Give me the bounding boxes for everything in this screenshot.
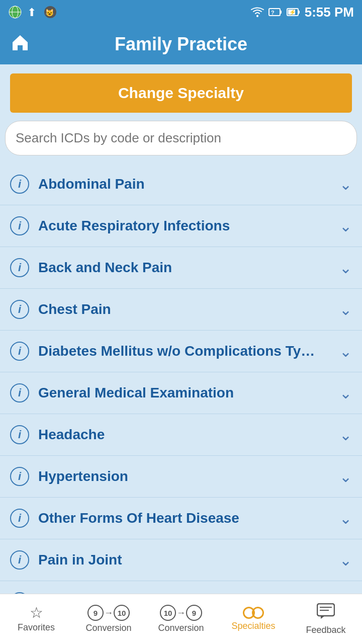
search-input[interactable] xyxy=(5,121,357,155)
search-container xyxy=(0,117,362,164)
list-item-label: Diabetes Mellitus w/o Complications Ty… xyxy=(38,343,334,359)
info-icon: i xyxy=(10,383,29,403)
info-icon: i xyxy=(10,342,29,361)
list-item[interactable]: i Acute Respiratory Infections ⌄ xyxy=(0,205,362,247)
nav-label-favorites: Favorites xyxy=(18,622,55,633)
status-right: ? ⚡ 5:55 PM xyxy=(250,5,354,20)
icd-list: i Abdominal Pain ⌄ i Acute Respiratory I… xyxy=(0,164,362,616)
list-item-label: Hypertension xyxy=(38,468,334,485)
status-bar: ⬆ 😺 ? ⚡ 5:55 PM xyxy=(0,0,362,24)
chevron-icon: ⌄ xyxy=(339,468,352,486)
list-item[interactable]: i Pain in Joint ⌄ xyxy=(0,539,362,581)
list-item[interactable]: i General Medical Examination ⌄ xyxy=(0,372,362,414)
list-item-label: Other Forms Of Heart Disease xyxy=(38,510,334,526)
info-icon: i xyxy=(10,300,29,319)
nav-item-feedback[interactable]: Feedback xyxy=(290,594,362,644)
chevron-icon: ⌄ xyxy=(339,426,352,444)
home-button[interactable] xyxy=(10,32,30,56)
chevron-icon: ⌄ xyxy=(339,259,352,277)
nav-label-conversion1: Conversion xyxy=(85,623,131,633)
battery-question-icon: ? xyxy=(268,7,283,18)
chevron-icon: ⌄ xyxy=(339,384,352,402)
svg-rect-8 xyxy=(280,11,282,14)
info-icon: i xyxy=(10,467,29,486)
svg-rect-11 xyxy=(298,11,300,14)
chevron-icon: ⌄ xyxy=(339,176,352,193)
list-item[interactable]: i Chest Pain ⌄ xyxy=(0,289,362,331)
chevron-icon: ⌄ xyxy=(339,510,352,527)
list-item[interactable]: i Back and Neck Pain ⌄ xyxy=(0,247,362,289)
chevron-icon: ⌄ xyxy=(339,217,352,235)
conversion1-icon: 9 → 10 xyxy=(87,605,130,621)
bottom-navigation: ☆ Favorites 9 → 10 Conversion 10 → 9 Con… xyxy=(0,594,362,644)
info-icon: i xyxy=(10,425,29,444)
info-icon: i xyxy=(10,258,29,277)
chevron-icon: ⌄ xyxy=(339,301,352,318)
list-item[interactable]: i Hypertension ⌄ xyxy=(0,456,362,498)
svg-text:😺: 😺 xyxy=(45,9,54,17)
nav-label-conversion2: Conversion xyxy=(158,623,204,633)
list-item-label: Chest Pain xyxy=(38,301,334,317)
svg-text:?: ? xyxy=(271,10,275,16)
nav-item-conversion2[interactable]: 10 → 9 Conversion xyxy=(145,594,217,644)
wifi-icon xyxy=(250,7,264,18)
list-item-label: Acute Respiratory Infections xyxy=(38,218,334,234)
feedback-icon xyxy=(317,603,335,623)
list-item-label: Abdominal Pain xyxy=(38,176,334,192)
page-title: Family Practice xyxy=(115,34,247,55)
list-item[interactable]: i Abdominal Pain ⌄ xyxy=(0,164,362,205)
nav-label-feedback: Feedback xyxy=(306,625,345,635)
globe-icon xyxy=(8,5,22,19)
svg-point-6 xyxy=(256,15,258,17)
nav-item-specialties[interactable]: Specialties xyxy=(217,594,290,644)
info-icon: i xyxy=(10,509,29,528)
favorites-icon: ☆ xyxy=(30,605,43,620)
info-icon: i xyxy=(10,175,29,194)
list-item-label: Back and Neck Pain xyxy=(38,260,334,276)
battery-charging-icon: ⚡ xyxy=(287,7,301,18)
nav-label-specialties: Specialties xyxy=(231,621,275,631)
list-item-label: General Medical Examination xyxy=(38,385,334,401)
nav-item-conversion1[interactable]: 9 → 10 Conversion xyxy=(72,594,145,644)
list-item-label: Headache xyxy=(38,427,334,443)
nav-item-favorites[interactable]: ☆ Favorites xyxy=(0,594,72,644)
change-specialty-button[interactable]: Change Specialty xyxy=(10,73,352,113)
conversion2-icon: 10 → 9 xyxy=(160,605,202,621)
list-item-label: Pain in Joint xyxy=(38,552,334,568)
chevron-icon: ⌄ xyxy=(339,551,352,569)
list-item[interactable]: i Headache ⌄ xyxy=(0,414,362,456)
specialties-icon xyxy=(243,607,264,619)
info-icon: i xyxy=(10,550,29,570)
time-display: 5:55 PM xyxy=(305,5,354,20)
usb-icon: ⬆ xyxy=(27,5,38,19)
mascot-icon: 😺 xyxy=(43,5,57,19)
status-icons: ⬆ 😺 xyxy=(8,5,57,19)
list-item[interactable]: i Diabetes Mellitus w/o Complications Ty… xyxy=(0,331,362,372)
list-item[interactable]: i Other Forms Of Heart Disease ⌄ xyxy=(0,498,362,539)
chevron-icon: ⌄ xyxy=(339,343,352,360)
svg-text:⬆: ⬆ xyxy=(27,6,36,19)
info-icon: i xyxy=(10,216,29,235)
header: Family Practice xyxy=(0,24,362,64)
svg-text:⚡: ⚡ xyxy=(289,9,296,16)
